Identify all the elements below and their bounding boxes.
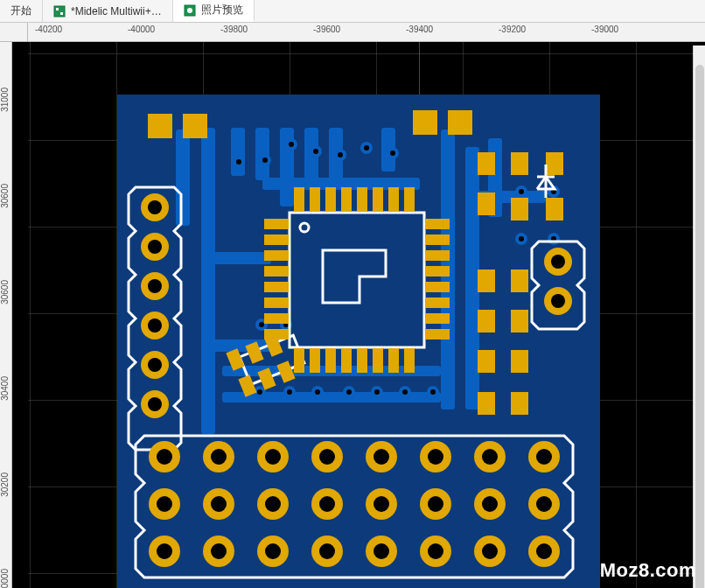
h-tick: -39600 — [313, 24, 340, 34]
tab-preview-label: 照片预览 — [201, 3, 243, 18]
v-tick: 30000 — [0, 569, 10, 588]
pcb-board — [117, 94, 600, 588]
tab-start-label: 开始 — [10, 4, 31, 18]
v-tick: 30600 — [0, 184, 10, 208]
h-tick: -40200 — [35, 24, 62, 34]
svg-rect-0 — [54, 6, 65, 17]
v-tick: 30400 — [0, 376, 10, 401]
tab-file[interactable]: *Midelic Multiwii+… — [43, 0, 173, 22]
watermark: Moz8.com — [600, 559, 696, 582]
pcb-canvas[interactable] — [28, 42, 705, 588]
svg-point-6 — [300, 223, 309, 232]
tab-bar: 开始 *Midelic Multiwii+… 照片预览 — [0, 0, 705, 23]
vertical-ruler[interactable]: 31000 30600 30600 30400 30200 30000 — [0, 42, 12, 588]
tab-file-label: *Midelic Multiwii+… — [71, 5, 162, 18]
svg-rect-5 — [290, 213, 424, 347]
h-tick: -39000 — [591, 24, 618, 34]
preview-icon — [184, 4, 196, 17]
h-tick: -40000 — [128, 24, 155, 34]
svg-point-4 — [187, 8, 192, 13]
v-tick: 31000 — [0, 88, 10, 112]
vertical-scrollbar[interactable] — [693, 46, 705, 588]
ruler-corner — [0, 23, 28, 42]
tab-preview[interactable]: 照片预览 — [173, 0, 255, 22]
h-tick: -39400 — [406, 24, 433, 34]
scrollbar-thumb[interactable] — [695, 65, 704, 588]
v-tick: 30200 — [0, 472, 10, 497]
h-tick: -39800 — [220, 24, 248, 34]
horizontal-ruler[interactable]: -40200 -40000 -39800 -39600 -39400 -3920… — [28, 23, 705, 42]
workspace: -40200 -40000 -39800 -39600 -39400 -3920… — [0, 23, 705, 588]
svg-rect-2 — [60, 12, 63, 15]
v-tick: 30600 — [0, 280, 10, 304]
svg-rect-1 — [56, 8, 59, 10]
pcb-icon — [53, 5, 66, 18]
h-tick: -39200 — [499, 24, 526, 34]
tab-start[interactable]: 开始 — [0, 0, 43, 22]
